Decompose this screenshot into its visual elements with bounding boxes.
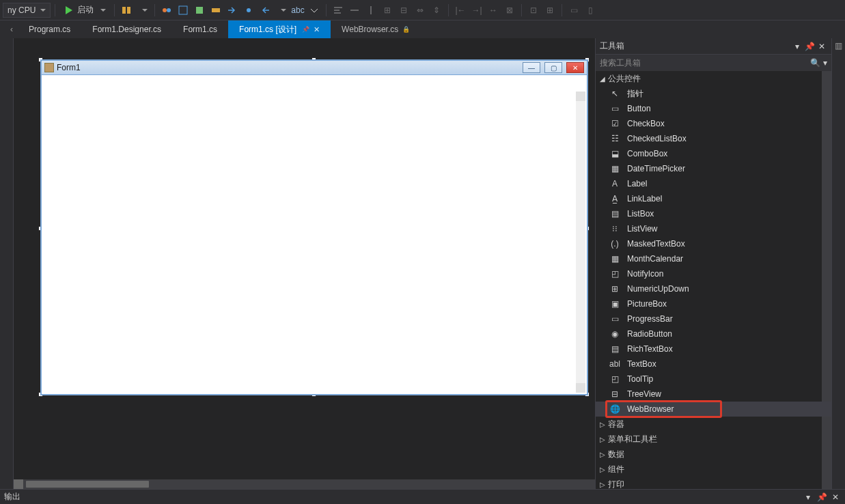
toolbox-search-input[interactable] (600, 58, 810, 68)
toolbox-item[interactable]: ▣PictureBox (596, 296, 831, 311)
close-button[interactable]: ✕ (566, 62, 584, 73)
document-tab[interactable]: WebBrowser.cs🔒 (331, 20, 421, 38)
toolbox-item[interactable]: ▭ProgressBar (596, 311, 831, 326)
toolbox-category[interactable]: ▷组件 (596, 462, 831, 477)
toolbox-item[interactable]: ▦DateTimePicker (596, 161, 831, 176)
toolbox-item[interactable]: ▭Button (596, 101, 831, 116)
svg-point-2 (163, 8, 167, 12)
toolbox-item-label: Label (627, 179, 647, 188)
start-debug-button[interactable]: 启动 (59, 3, 110, 18)
toolbox-category[interactable]: ▷菜单和工具栏 (596, 432, 831, 447)
toolbox-item[interactable]: (.)MaskedTextBox (596, 236, 831, 251)
toolbox-item[interactable]: ⊞NumericUpDown (596, 281, 831, 296)
toolbar-button[interactable] (225, 3, 240, 18)
toolbar-button[interactable] (258, 3, 273, 18)
align-button[interactable]: →| (469, 3, 484, 18)
scroll-up-icon[interactable] (576, 92, 585, 101)
toolbox-item[interactable]: ▤RichTextBox (596, 341, 831, 356)
align-button[interactable]: ⊞ (542, 3, 557, 18)
toolbox-item[interactable]: ▤ListBox (596, 206, 831, 221)
designer-surface[interactable]: Form1 — ▢ ✕ (14, 38, 595, 489)
toolbox-category[interactable]: ▷数据 (596, 447, 831, 462)
pin-icon[interactable]: 📌 (816, 492, 827, 503)
toolbox-scrollbar[interactable] (822, 71, 831, 489)
toolbox-category[interactable]: ▷打印 (596, 477, 831, 489)
pin-icon[interactable]: 📌 (804, 41, 815, 52)
align-button[interactable] (347, 3, 362, 18)
listview-icon: ⁝⁝ (609, 223, 620, 234)
zorder-button[interactable]: ▯ (583, 3, 598, 18)
zorder-button[interactable]: ▭ (566, 3, 581, 18)
search-icon[interactable]: 🔍 (810, 58, 820, 68)
chevron-down-icon (100, 9, 106, 12)
align-button[interactable]: ⊟ (396, 3, 411, 18)
document-tab[interactable]: Form1.cs [设计]📌✕ (228, 20, 331, 38)
toolbox-category-label: 组件 (608, 464, 624, 475)
panel-dropdown-icon[interactable]: ▾ (803, 492, 814, 503)
document-tab[interactable]: Form1.Designer.cs (81, 20, 172, 38)
align-button[interactable] (331, 3, 346, 18)
toolbox-title: 工具箱 (600, 40, 790, 52)
toolbox-item[interactable]: ⬓ComboBox (596, 146, 831, 161)
scroll-down-icon[interactable] (576, 383, 585, 393)
toolbox-item[interactable]: ⊟TreeView (596, 387, 831, 402)
toolbox-item[interactable]: A̲LinkLabel (596, 191, 831, 206)
toolbox-item[interactable]: ◉RadioButton (596, 326, 831, 341)
scroll-thumb[interactable] (26, 481, 149, 488)
panel-dropdown-icon[interactable]: ▾ (792, 41, 803, 52)
toolbox-category[interactable]: ◢公共控件 (596, 71, 831, 86)
toolbar-button[interactable] (119, 3, 134, 18)
toolbox-item[interactable]: ▦MonthCalendar (596, 251, 831, 266)
toolbox-item[interactable]: 🌐WebBrowser (596, 402, 831, 417)
platform-combo[interactable]: ny CPU (3, 3, 51, 18)
align-button[interactable]: ⇕ (429, 3, 444, 18)
close-tab-icon[interactable]: ✕ (314, 25, 320, 34)
toolbar-button[interactable] (159, 3, 174, 18)
designer-hscrollbar[interactable] (14, 479, 595, 489)
toolbox-item[interactable]: ⁝⁝ListView (596, 221, 831, 236)
align-button[interactable]: ⊠ (502, 3, 517, 18)
toolbox-item[interactable]: ☑CheckBox (596, 116, 831, 131)
toolbox-category[interactable]: ▷容器 (596, 417, 831, 432)
close-icon[interactable]: ✕ (816, 41, 827, 52)
align-button[interactable]: ⊡ (526, 3, 541, 18)
toolbar-button[interactable]: abc (290, 3, 305, 18)
form-titlebar[interactable]: Form1 — ▢ ✕ (41, 60, 587, 75)
treeview-icon: ⊟ (609, 389, 620, 400)
document-tab[interactable]: Form1.cs (172, 20, 228, 38)
scroll-left-icon[interactable] (14, 479, 23, 489)
align-button[interactable]: ⊞ (380, 3, 395, 18)
align-button[interactable]: |← (453, 3, 468, 18)
align-button[interactable] (363, 3, 378, 18)
form-scrollbar[interactable] (576, 92, 585, 393)
toolbox-item[interactable]: ◰ToolTip (596, 372, 831, 387)
toolbar-button[interactable] (176, 3, 191, 18)
minimize-button[interactable]: — (523, 62, 540, 73)
close-icon[interactable]: ✕ (830, 492, 841, 503)
toolbox-item-label: TreeView (627, 389, 661, 399)
toolbar-button[interactable] (307, 3, 322, 18)
toolbox-tree[interactable]: ◢公共控件↖指针▭Button☑CheckBox☷CheckedListBox⬓… (596, 71, 831, 489)
toolbar-button[interactable] (208, 3, 223, 18)
document-tab-label: Form1.cs (183, 25, 217, 34)
toolbox-item[interactable]: ◰NotifyIcon (596, 266, 831, 281)
toolbox-item[interactable]: ☷CheckedListBox (596, 131, 831, 146)
toolbox-item[interactable]: ablTextBox (596, 356, 831, 372)
form-client-area[interactable] (41, 75, 587, 395)
toolbox-item[interactable]: ↖指针 (596, 86, 831, 101)
form-window[interactable]: Form1 — ▢ ✕ (41, 60, 587, 395)
toolbar-button[interactable] (241, 3, 256, 18)
toolbar-button[interactable] (274, 3, 289, 18)
search-dropdown-icon[interactable]: ▾ (823, 58, 827, 68)
document-tab[interactable]: Program.cs (18, 20, 81, 38)
align-button[interactable]: ↔ (486, 3, 501, 18)
toolbar-button[interactable] (192, 3, 207, 18)
tab-scroll-left[interactable]: ‹ (5, 20, 18, 38)
output-label: 输出 (4, 491, 20, 503)
maximize-button[interactable]: ▢ (544, 62, 562, 73)
toolbar-button[interactable] (135, 3, 150, 18)
expand-closed-icon: ▷ (598, 451, 607, 458)
align-button[interactable]: ⇔ (413, 3, 428, 18)
toolbox-item[interactable]: ALabel (596, 176, 831, 191)
rail-icon[interactable]: ▥ (835, 41, 842, 51)
